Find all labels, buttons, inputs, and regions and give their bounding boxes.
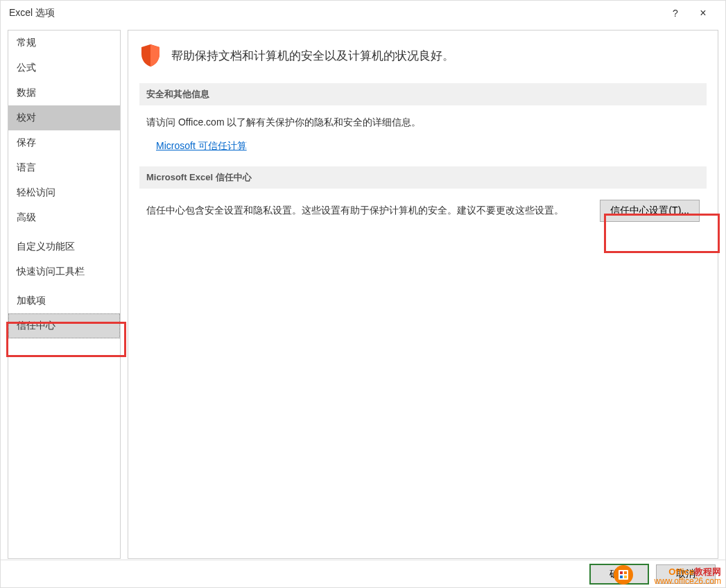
shield-icon	[139, 43, 162, 68]
trust-center-settings-button[interactable]: 信任中心设置(T)...	[600, 200, 700, 222]
ok-button[interactable]: 确定	[589, 564, 649, 585]
trust-center-description: 信任中心包含安全设置和隐私设置。这些设置有助于保护计算机的安全。建议不要更改这些…	[146, 205, 600, 217]
help-button[interactable]: ?	[662, 8, 689, 19]
sidebar-item-formulas[interactable]: 公式	[8, 55, 120, 80]
bottom-bar: 确定 取消	[1, 560, 725, 587]
sidebar-item-proofing[interactable]: 校对	[8, 105, 120, 130]
trust-center-row: 信任中心包含安全设置和隐私设置。这些设置有助于保护计算机的安全。建议不要更改这些…	[139, 200, 707, 222]
header-row: 帮助保持文档和计算机的安全以及计算机的状况良好。	[139, 43, 707, 68]
close-button[interactable]: ×	[689, 7, 717, 19]
sidebar-item-customize-ribbon[interactable]: 自定义功能区	[8, 234, 120, 259]
sidebar-item-trust-center[interactable]: 信任中心	[8, 313, 120, 338]
sidebar-item-addins[interactable]: 加载项	[8, 288, 120, 313]
main-panel: 帮助保持文档和计算机的安全以及计算机的状况良好。 安全和其他信息 请访问 Off…	[128, 30, 718, 559]
sidebar-item-save[interactable]: 保存	[8, 130, 120, 155]
trustworthy-computing-link[interactable]: Microsoft 可信任计算	[156, 140, 247, 153]
content-area: 常规 公式 数据 校对 保存 语言 轻松访问 高级 自定义功能区 快速访问工具栏…	[1, 26, 725, 559]
window-title: Excel 选项	[9, 7, 662, 19]
sidebar-item-general[interactable]: 常规	[8, 31, 120, 55]
sidebar-item-data[interactable]: 数据	[8, 80, 120, 105]
section-header-trust-center: Microsoft Excel 信任中心	[139, 166, 707, 189]
sidebar-item-quick-access[interactable]: 快速访问工具栏	[8, 259, 120, 284]
cancel-button[interactable]: 取消	[656, 564, 716, 584]
sidebar-item-accessibility[interactable]: 轻松访问	[8, 180, 120, 205]
security-info-text: 请访问 Office.com 以了解有关保护你的隐私和安全的详细信息。	[146, 116, 700, 129]
page-header-text: 帮助保持文档和计算机的安全以及计算机的状况良好。	[171, 48, 454, 64]
section-body-security: 请访问 Office.com 以了解有关保护你的隐私和安全的详细信息。 Micr…	[139, 116, 707, 166]
sidebar: 常规 公式 数据 校对 保存 语言 轻松访问 高级 自定义功能区 快速访问工具栏…	[8, 30, 121, 559]
section-header-security: 安全和其他信息	[139, 83, 707, 105]
sidebar-item-advanced[interactable]: 高级	[8, 205, 120, 230]
sidebar-item-language[interactable]: 语言	[8, 155, 120, 180]
title-bar: Excel 选项 ? ×	[1, 1, 725, 26]
